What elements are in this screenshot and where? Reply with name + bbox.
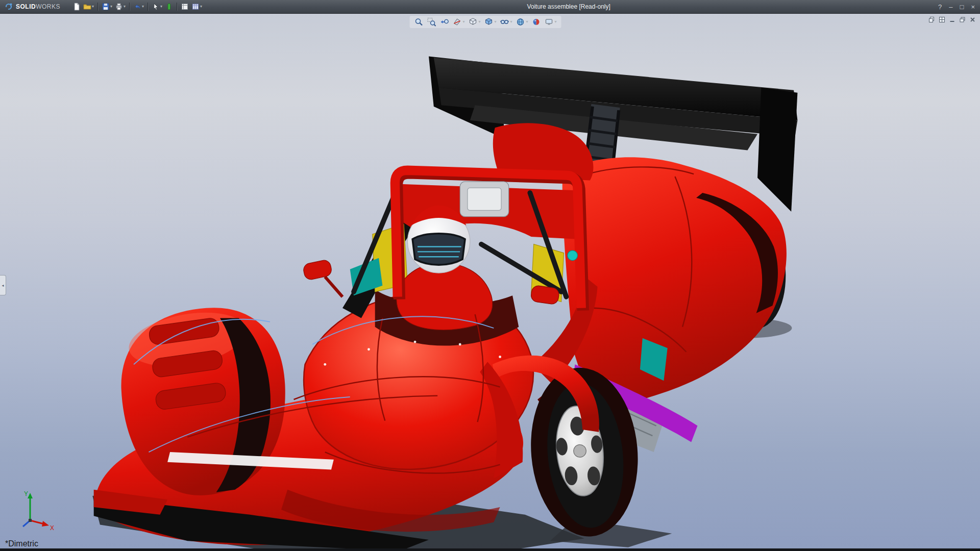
previous-view-button[interactable] <box>439 17 450 27</box>
apply-scene-icon <box>516 17 525 27</box>
zoom-to-area-button[interactable] <box>427 17 437 27</box>
table-icon <box>191 3 200 11</box>
undo-icon <box>133 3 141 11</box>
dropdown-caret[interactable]: ▾ <box>495 20 497 24</box>
restore-document-icon[interactable] <box>959 16 966 23</box>
bottom-edge-strip <box>0 548 980 551</box>
reference-triad[interactable]: X Y <box>7 489 56 538</box>
close-document-icon[interactable] <box>969 16 976 23</box>
select-cursor-icon <box>152 3 160 11</box>
solidworks-window: SOLIDWORKS ▾ <box>0 0 980 551</box>
design-binder-button[interactable] <box>180 1 190 13</box>
x-axis-label: X <box>50 524 54 532</box>
options-table-button[interactable]: ▾ <box>190 1 203 13</box>
print-icon <box>115 3 123 11</box>
new-document-icon <box>72 3 81 11</box>
dropdown-caret[interactable]: ▾ <box>92 5 94 9</box>
model-3d-canvas[interactable] <box>0 14 980 551</box>
dropdown-caret[interactable]: ▾ <box>200 5 202 9</box>
window-title: Voiture assemblee [Read-only] <box>203 3 934 10</box>
dropdown-caret[interactable]: ▾ <box>160 5 162 9</box>
minimize-document-icon[interactable] <box>949 16 955 23</box>
y-axis-label: Y <box>24 490 28 497</box>
3ds-logo-icon <box>4 3 13 11</box>
toolbar-separator <box>177 3 177 11</box>
titlebar: SOLIDWORKS ▾ <box>0 0 980 14</box>
open-folder-icon <box>83 3 91 11</box>
dropdown-caret[interactable]: ▾ <box>510 20 512 24</box>
graphics-viewport[interactable]: ▾ ▾ ▾ <box>0 14 980 551</box>
dropdown-caret[interactable]: ▾ <box>110 5 112 9</box>
view-settings-icon <box>545 17 554 27</box>
close-button[interactable]: × <box>971 4 975 10</box>
section-view-button[interactable]: ▾ <box>452 17 465 27</box>
zoom-to-area-icon <box>427 17 436 27</box>
component-color-icon <box>165 3 173 11</box>
display-style-button[interactable]: ▾ <box>484 17 497 27</box>
triad-axes-icon: X Y <box>7 489 56 536</box>
edit-appearance-button[interactable] <box>531 17 542 27</box>
collapse-arrow-icon: ◂ <box>2 283 4 288</box>
fender-louvers <box>145 317 229 411</box>
save-icon <box>102 3 110 11</box>
print-button[interactable]: ▾ <box>114 1 127 13</box>
dropdown-caret[interactable]: ▾ <box>463 20 465 24</box>
dropdown-caret[interactable]: ▾ <box>526 20 528 24</box>
minimize-button[interactable]: – <box>949 4 952 10</box>
main-toolbar: ▾ ▾ ▾ <box>71 1 203 13</box>
display-style-icon <box>484 17 494 27</box>
open-button[interactable]: ▾ <box>82 1 95 13</box>
cockpit <box>302 123 593 345</box>
component-color-button[interactable] <box>164 1 174 13</box>
zoom-to-fit-button[interactable] <box>414 17 424 27</box>
brand-name: SOLIDWORKS <box>16 3 60 10</box>
cascade-windows-icon[interactable] <box>928 16 935 23</box>
edit-appearance-icon <box>532 17 541 27</box>
brand: SOLIDWORKS <box>0 3 64 11</box>
hide-show-icon <box>500 17 509 27</box>
tile-windows-icon[interactable] <box>939 16 945 23</box>
view-orientation-icon <box>469 17 478 27</box>
window-controls: ? – □ × <box>934 4 980 10</box>
toolbar-separator <box>148 3 148 11</box>
zoom-to-fit-icon <box>414 17 424 27</box>
orientation-label: *Dimetric <box>5 539 38 548</box>
undo-button[interactable]: ▾ <box>132 1 145 13</box>
section-view-icon <box>453 17 462 27</box>
view-orientation-button[interactable]: ▾ <box>468 17 481 27</box>
maximize-button[interactable]: □ <box>960 4 964 10</box>
design-binder-icon <box>181 3 189 11</box>
car-body <box>94 277 598 551</box>
hide-show-items-button[interactable]: ▾ <box>500 17 513 27</box>
dropdown-caret[interactable]: ▾ <box>124 5 126 9</box>
feature-manager-collapse-tab[interactable]: ◂ <box>0 275 6 295</box>
toolbar-separator <box>129 3 130 11</box>
dropdown-caret[interactable]: ▾ <box>142 5 144 9</box>
save-button[interactable]: ▾ <box>101 1 113 13</box>
help-button[interactable]: ? <box>938 4 942 10</box>
heads-up-view-toolbar: ▾ ▾ ▾ <box>410 16 561 28</box>
new-document-button[interactable] <box>71 1 82 13</box>
view-settings-button[interactable]: ▾ <box>544 17 557 27</box>
previous-view-icon <box>440 17 449 27</box>
dropdown-caret[interactable]: ▾ <box>555 20 557 24</box>
dropdown-caret[interactable]: ▾ <box>479 20 481 24</box>
visor <box>412 234 465 265</box>
document-window-controls <box>928 16 976 23</box>
select-button[interactable]: ▾ <box>151 1 163 13</box>
toolbar-separator <box>97 3 98 11</box>
apply-scene-button[interactable]: ▾ <box>516 17 529 27</box>
